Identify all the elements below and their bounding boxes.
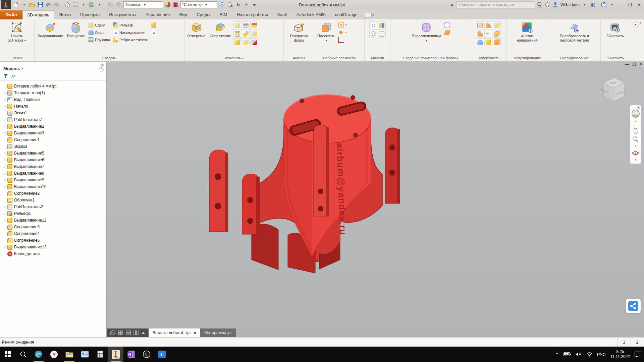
tab-file[interactable]: Файл — [0, 10, 22, 19]
tree-item-shell1[interactable]: Оболочка1 — [0, 197, 106, 203]
material-icon[interactable] — [172, 1, 179, 8]
language-indicator[interactable]: РУС — [597, 352, 606, 357]
tree-item-extrude10[interactable]: ▷Выдавливание10 — [0, 183, 106, 190]
emboss-button[interactable]: Рельеф — [112, 21, 149, 28]
expand-arrow-icon[interactable]: ▷ — [3, 152, 7, 155]
freeform-edit-button[interactable] — [443, 21, 451, 28]
freeform-face-button[interactable] — [443, 29, 451, 36]
work-plane-button[interactable]: Плоскость ▾ — [316, 21, 337, 44]
expand-arrow-icon[interactable]: ▷ — [3, 125, 7, 128]
thicken-surface-button[interactable] — [484, 38, 492, 46]
taskbar-search-button[interactable] — [15, 347, 31, 362]
sweep-button[interactable]: Сдвиг — [87, 21, 111, 28]
tree-item-emboss1[interactable]: ▷Рельеф1 — [0, 210, 106, 217]
tree-item-extrude7[interactable]: ▷Выдавливание7 — [0, 163, 106, 170]
tree-item-extrude6[interactable]: ▷Выдавливание6 — [0, 157, 106, 163]
patch-button[interactable] — [484, 21, 492, 29]
expand-arrow-icon[interactable]: ▷ — [3, 172, 7, 175]
adjust-appearance-button[interactable] — [218, 1, 226, 8]
tab-bim[interactable]: BIM — [215, 10, 232, 19]
color-wheel-icon[interactable] — [164, 1, 171, 8]
fillet-button[interactable]: Сопряжение — [208, 21, 233, 39]
draft-small-button[interactable] — [233, 38, 241, 46]
qat-customize-dropdown[interactable]: ▬▾ — [251, 1, 258, 8]
ruled-surface-button[interactable] — [476, 38, 484, 46]
expand-arrow-icon[interactable]: ▷ — [3, 98, 7, 101]
measure-plus-button[interactable]: + — [243, 1, 250, 8]
taskbar-explorer-button[interactable] — [62, 347, 77, 362]
expand-arrow-icon[interactable]: ▷ — [3, 245, 7, 249]
zoom-icon[interactable] — [632, 136, 639, 143]
pan-hand-icon[interactable] — [632, 127, 639, 134]
expand-arrow-icon[interactable]: ▷ — [3, 185, 7, 188]
tile-windows-icon[interactable] — [118, 330, 123, 335]
start-button[interactable] — [0, 347, 15, 362]
panel-toggle-button[interactable]: ▾ — [365, 13, 374, 19]
tree-item-workplane2[interactable]: ▷РабПлоскость2 — [0, 203, 106, 210]
tree-item-solids[interactable]: ▷Твердые тела(1) — [0, 89, 106, 96]
split-small-button[interactable] — [242, 38, 250, 46]
tree-item-origin[interactable]: ▷Начало — [0, 103, 106, 110]
circular-pattern-button[interactable] — [369, 30, 377, 38]
filter-icon[interactable] — [3, 74, 8, 78]
tree-item-view[interactable]: ▷Вид: Главный — [0, 96, 106, 103]
shape-generator-button[interactable]: Генератор форм — [288, 21, 310, 44]
tab-close-icon[interactable]: ✕ — [193, 331, 196, 335]
taskbar-edge-button[interactable] — [31, 347, 46, 362]
tile-vertical-icon[interactable] — [133, 330, 139, 335]
browser-help-icon[interactable]: ? — [99, 67, 104, 72]
work-point-button[interactable]: ▾ — [337, 29, 347, 36]
navbar-close-icon[interactable]: ✕ — [637, 106, 640, 110]
redo-button[interactable] — [53, 1, 60, 8]
coil-button[interactable]: Пружина — [87, 36, 111, 43]
speaker-icon[interactable] — [576, 352, 582, 357]
new-file-button[interactable] — [12, 1, 20, 8]
stress-analysis-button[interactable]: Анализ напряжений — [515, 21, 539, 44]
hole-button[interactable]: Отверстие — [186, 21, 207, 39]
style-preset-combo[interactable]: Типовые ▼ — [123, 1, 163, 8]
rib-button[interactable]: Ребро жесткости — [112, 36, 149, 43]
tree-item-end-of-part[interactable]: Конец детали — [0, 250, 106, 257]
hidden-icons-chevron[interactable]: ⌃ — [555, 352, 559, 357]
new-file-dropdown[interactable]: ▾ — [20, 1, 28, 8]
chevron-down-icon[interactable]: ▼ — [634, 120, 637, 123]
frame-expand-icon[interactable]: ▶ — [449, 1, 456, 8]
orbit-icon[interactable] — [632, 150, 639, 157]
taskbar-onenote-button[interactable]: N — [123, 347, 139, 362]
wifi-icon[interactable] — [586, 352, 592, 357]
username-label[interactable]: WGairbum — [560, 2, 580, 7]
import-button[interactable] — [150, 29, 157, 36]
render-button[interactable] — [72, 1, 79, 8]
tree-item-extrude8[interactable]: ▷Выдавливание8 — [0, 170, 106, 177]
expand-arrow-icon[interactable]: ▷ — [3, 131, 7, 135]
trim-surface-button[interactable] — [484, 30, 492, 38]
chevron-down-icon[interactable]: ▼ — [634, 159, 637, 162]
mirror-button[interactable] — [378, 21, 386, 29]
thicken-small-button[interactable] — [250, 30, 258, 38]
tree-item-fillet3[interactable]: Сопряжение3 — [0, 224, 106, 230]
delete-face-small-button[interactable] — [250, 38, 258, 46]
doc-restore-icon[interactable]: ❐ — [632, 62, 636, 67]
tree-item-extrude3[interactable]: ▷Выдавливание3 — [0, 130, 106, 136]
web-button-disabled[interactable] — [115, 1, 122, 8]
loft-button[interactable]: Лофт — [87, 29, 111, 36]
view-cube[interactable]: Верх Справа Перед — [599, 73, 628, 104]
action-center-icon[interactable] — [635, 352, 641, 357]
thread-small-button[interactable] — [242, 21, 250, 29]
expand-tabbar-icon[interactable] — [141, 331, 145, 335]
tab-sketch[interactable]: Эскиз — [54, 10, 75, 19]
print3d-button[interactable]: 3D-печать — [605, 21, 626, 39]
convert-sheetmetal-button[interactable]: Преобразовать в листовой металл — [558, 21, 591, 44]
expand-arrow-icon[interactable]: ▷ — [3, 178, 7, 182]
shell-small-button[interactable] — [233, 21, 241, 29]
sculpt-small-button[interactable] — [250, 21, 258, 29]
expand-arrow-icon[interactable]: ▷ — [3, 165, 7, 168]
navigation-wheel-icon[interactable] — [631, 109, 640, 118]
favorites-star-icon[interactable] — [544, 1, 551, 8]
expand-arrow-icon[interactable]: ▷ — [3, 158, 7, 162]
freeform-box-button[interactable]: Параллелепипед ▾ — [410, 21, 443, 44]
chevron-down-icon[interactable]: ▼ — [634, 145, 637, 148]
tree-item-root[interactable]: Вставка лобик 4 мм.ipt — [0, 83, 106, 89]
switch-environment-button[interactable] — [88, 1, 95, 8]
user-avatar-icon[interactable] — [552, 1, 559, 8]
